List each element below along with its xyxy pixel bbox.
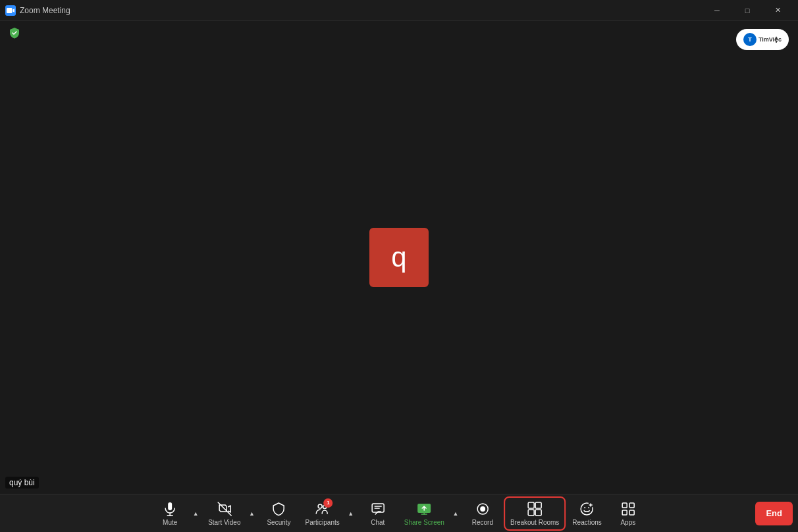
participants-arrow-button[interactable]: ▲ bbox=[345, 496, 357, 531]
breakout-rooms-icon bbox=[527, 501, 543, 517]
shield-green-icon bbox=[8, 26, 21, 40]
svg-point-25 bbox=[589, 507, 590, 508]
minimize-button[interactable]: ─ bbox=[702, 0, 732, 21]
reactions-label: Reactions bbox=[572, 519, 601, 526]
participant-avatar: q bbox=[369, 228, 429, 287]
security-status-badge bbox=[8, 26, 21, 40]
reactions-button[interactable]: Reactions bbox=[567, 496, 606, 531]
security-icon bbox=[271, 501, 286, 517]
titlebar-controls: ─ □ ✕ bbox=[702, 0, 793, 21]
security-label: Security bbox=[267, 519, 290, 526]
main-video-area: q bbox=[0, 21, 798, 494]
participants-button[interactable]: 1 Participants bbox=[300, 496, 344, 531]
apps-label: Apps bbox=[620, 519, 635, 526]
share-screen-button[interactable]: Share Screen bbox=[399, 496, 450, 531]
start-video-button[interactable]: Start Video bbox=[203, 496, 246, 531]
record-label: Record bbox=[472, 519, 493, 526]
timviec-text: TimViệc bbox=[758, 36, 782, 43]
svg-rect-5 bbox=[168, 502, 172, 510]
svg-rect-22 bbox=[535, 510, 541, 516]
timviec-icon: T bbox=[743, 33, 757, 46]
window-title: Zoom Meeting bbox=[20, 6, 70, 15]
participants-icon-wrapper: 1 bbox=[315, 501, 331, 517]
svg-rect-28 bbox=[629, 503, 634, 508]
apps-icon bbox=[620, 501, 636, 517]
mute-button[interactable]: Mute bbox=[150, 496, 190, 531]
security-button[interactable]: Security bbox=[259, 496, 298, 531]
svg-rect-20 bbox=[535, 502, 541, 508]
mute-arrow-button[interactable]: ▲ bbox=[190, 496, 201, 531]
close-button[interactable]: ✕ bbox=[762, 0, 793, 21]
svg-rect-19 bbox=[528, 502, 534, 508]
mute-group: Mute ▲ bbox=[150, 496, 201, 531]
video-off-icon bbox=[217, 501, 232, 517]
chat-icon bbox=[370, 501, 386, 517]
svg-point-24 bbox=[585, 507, 586, 508]
svg-point-9 bbox=[319, 504, 323, 508]
end-button[interactable]: End bbox=[755, 502, 793, 525]
participants-label: Participants bbox=[305, 519, 339, 526]
maximize-button[interactable]: □ bbox=[732, 0, 762, 21]
share-screen-arrow-button[interactable]: ▲ bbox=[450, 496, 462, 531]
svg-point-18 bbox=[480, 506, 485, 512]
record-icon bbox=[475, 501, 491, 517]
chat-button[interactable]: Chat bbox=[358, 496, 398, 531]
chat-label: Chat bbox=[371, 519, 385, 526]
toolbar: Mute ▲ Start Video ▲ Security bbox=[0, 494, 798, 532]
zoom-logo-icon bbox=[5, 5, 16, 16]
breakout-rooms-button[interactable]: Breakout Rooms bbox=[504, 496, 566, 531]
participant-name-label: quý bùi bbox=[5, 477, 39, 489]
start-video-group: Start Video ▲ bbox=[203, 496, 257, 531]
svg-rect-30 bbox=[629, 510, 634, 515]
share-screen-label: Share Screen bbox=[404, 519, 444, 526]
microphone-icon bbox=[162, 501, 178, 517]
breakout-rooms-label: Breakout Rooms bbox=[510, 519, 559, 526]
toolbar-right: End bbox=[755, 502, 793, 525]
svg-rect-29 bbox=[622, 510, 627, 515]
apps-button[interactable]: Apps bbox=[608, 496, 648, 531]
titlebar-left: Zoom Meeting bbox=[5, 5, 70, 16]
svg-line-8 bbox=[218, 502, 231, 516]
toolbar-center: Mute ▲ Start Video ▲ Security bbox=[150, 496, 648, 531]
start-video-arrow-button[interactable]: ▲ bbox=[246, 496, 257, 531]
avatar-letter: q bbox=[391, 242, 406, 273]
reactions-icon bbox=[579, 501, 595, 517]
timviec-logo: T TimViệc bbox=[736, 29, 789, 50]
participants-group: 1 Participants ▲ bbox=[300, 496, 356, 531]
svg-rect-21 bbox=[528, 510, 534, 516]
share-screen-icon bbox=[416, 501, 432, 517]
record-button[interactable]: Record bbox=[463, 496, 502, 531]
svg-rect-27 bbox=[622, 503, 627, 508]
mute-label: Mute bbox=[163, 519, 177, 526]
titlebar: Zoom Meeting ─ □ ✕ bbox=[0, 0, 798, 21]
participants-count-badge: 1 bbox=[324, 498, 333, 508]
start-video-label: Start Video bbox=[208, 519, 240, 526]
share-screen-group: Share Screen ▲ bbox=[399, 496, 462, 531]
